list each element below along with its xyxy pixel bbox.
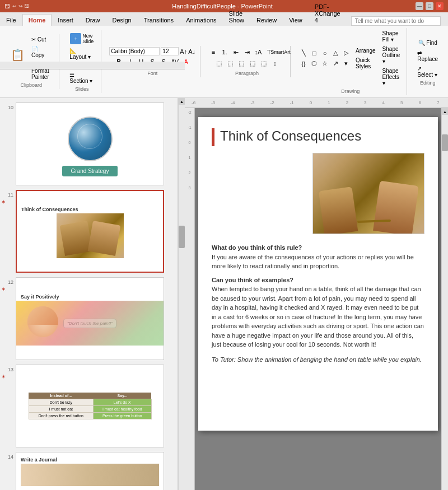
quick-styles-button[interactable]: Quick Styles <box>353 56 378 71</box>
close-button[interactable]: ✕ <box>436 2 444 10</box>
arrange-button[interactable]: Arrange <box>353 46 378 55</box>
slide-13-table: Instead of... Say... Don't be lazy Let's… <box>29 393 152 419</box>
columns-button[interactable]: ⬚ <box>259 58 269 68</box>
rule-body: If you are aware of the consequences of … <box>212 254 414 270</box>
scroll-track <box>179 105 185 490</box>
tab-insert[interactable]: Insert <box>52 14 80 26</box>
align-center-button[interactable]: ⬚ <box>225 58 235 68</box>
shape-1[interactable]: ╲ <box>298 48 309 58</box>
shape-2[interactable]: □ <box>309 48 319 58</box>
shape-4[interactable]: △ <box>330 48 340 58</box>
justify-button[interactable]: ⬚ <box>248 58 258 68</box>
shape-effects-button[interactable]: Shape Effects ▾ <box>380 67 403 87</box>
bullets-button[interactable]: ≡ <box>208 47 218 57</box>
slide-thumb-10[interactable]: Grand Strategy <box>16 102 164 185</box>
main-content: 10 Grand Strategy ✶ 11 Think of Conseque… <box>0 98 448 490</box>
slide-item-10[interactable]: 10 Grand Strategy <box>0 100 178 188</box>
font-size-input[interactable] <box>161 47 179 55</box>
main-slide: Think of Consequences What do you think … <box>198 117 438 431</box>
slide-number-11: 11 <box>3 192 13 198</box>
slide-thumb-12[interactable]: Say it Positively "Don't touch the paint… <box>16 277 164 360</box>
scroll-thumb[interactable] <box>179 226 185 248</box>
shape-outline-button[interactable]: Shape Outline ▾ <box>380 45 403 66</box>
scroll-up-button[interactable]: ▲ <box>179 98 185 105</box>
font-label: Font <box>147 71 157 76</box>
main-scroll-thumb[interactable] <box>442 134 448 151</box>
slide-number-14: 14 <box>3 454 13 460</box>
cut-button[interactable]: ✂ Cut <box>29 35 54 44</box>
examples-heading: Can you think of examples? <box>212 277 293 283</box>
smartart-button[interactable]: SmartArt <box>276 47 286 57</box>
tab-transitions[interactable]: Transitions <box>138 14 180 26</box>
font-name-select[interactable] <box>109 47 160 55</box>
main-scrollbar[interactable]: ▲ ▼ <box>441 108 448 490</box>
tab-animations[interactable]: Animations <box>180 14 222 26</box>
shape-7[interactable]: ⬡ <box>309 59 319 69</box>
search-input[interactable] <box>351 16 441 26</box>
slide-thumb-11[interactable]: Think of Consequences <box>16 190 164 273</box>
main-scroll-up[interactable]: ▲ <box>442 108 448 115</box>
line-spacing-button[interactable]: ↕ <box>270 58 280 68</box>
slide-number-10: 10 <box>3 105 13 110</box>
slide-panel: 10 Grand Strategy ✶ 11 Think of Conseque… <box>0 98 178 490</box>
decrease-font-button[interactable]: A↓ <box>188 48 195 55</box>
copy-button[interactable]: 📄 Copy <box>29 45 54 59</box>
slide-12-image-area: "Don't touch the paint!" <box>16 301 164 346</box>
slide-item-13[interactable]: ✶ 13 Instead of... Say... Don't be lazy … <box>0 362 178 450</box>
clipboard-label: Clipboard <box>20 82 42 88</box>
slide-item-11[interactable]: ✶ 11 Think of Consequences <box>0 188 178 275</box>
more-shapes[interactable]: ▾ <box>341 59 351 69</box>
tab-home[interactable]: Home <box>22 14 52 26</box>
section-button[interactable]: ☰ Section ▾ <box>67 71 96 85</box>
select-button[interactable]: ↗ Select ▾ <box>415 64 440 79</box>
shape-5[interactable]: ▷ <box>341 48 351 58</box>
tab-design[interactable]: Design <box>106 14 137 26</box>
ribbon-tabs: File Home Insert Draw Design Transitions… <box>0 12 448 26</box>
shape-3[interactable]: ○ <box>320 48 330 58</box>
increase-font-button[interactable]: A↑ <box>180 48 187 55</box>
shape-9[interactable]: ↗ <box>330 59 340 69</box>
shape-6[interactable]: {} <box>298 59 309 69</box>
minimize-button[interactable]: — <box>416 2 423 10</box>
align-left-button[interactable]: ⬚ <box>214 58 224 68</box>
maximize-button[interactable]: □ <box>426 2 433 10</box>
table-row: I must not eat I must eat healthy food <box>29 406 151 413</box>
slide-number-13: 13 <box>3 367 13 372</box>
slide-thumb-14[interactable]: Write a Journal <box>16 452 164 490</box>
table-header-1: Instead of... <box>29 393 94 399</box>
panel-scrollbar[interactable]: ▲ ▼ <box>178 98 185 490</box>
table-header-2: Say... <box>94 393 151 399</box>
replace-button[interactable]: ⇄ Replace <box>415 49 440 63</box>
table-cell-green: Press the green button <box>94 413 151 419</box>
tab-pdfxchange[interactable]: PDF-XChange 4 <box>309 1 347 26</box>
align-right-button[interactable]: ⬚ <box>236 58 246 68</box>
grand-strategy-label: Grand Strategy <box>62 166 118 176</box>
slide-item-14[interactable]: 14 Write a Journal <box>0 450 178 490</box>
slide-item-12[interactable]: ✶ 12 Say it Positively "Don't touch the … <box>0 275 178 362</box>
slide-thumb-13[interactable]: Instead of... Say... Don't be lazy Let's… <box>16 365 164 447</box>
globe-icon <box>68 116 113 161</box>
new-slide-button[interactable]: + NewSlide <box>67 31 96 46</box>
star-marker-13: ✶ <box>1 374 6 380</box>
ruler-horizontal-main: -6-5-4-3-2-101234567 <box>185 98 448 108</box>
shape-fill-button[interactable]: Shape Fill ▾ <box>380 29 403 44</box>
text-direction-button[interactable]: ↕A <box>253 47 263 57</box>
layout-button[interactable]: 📐 Layout ▾ <box>67 46 96 61</box>
star-marker-12: ✶ <box>1 286 6 292</box>
tab-file[interactable]: File <box>0 14 22 26</box>
numbering-button[interactable]: 1. <box>220 47 230 57</box>
rule-heading: What do you think of this rule? <box>212 244 302 251</box>
tab-view[interactable]: View <box>283 14 309 26</box>
tab-slideshow[interactable]: Slide Show <box>223 7 251 26</box>
tutor-note: To Tutor: Show the animation of banging … <box>212 355 424 365</box>
tab-draw[interactable]: Draw <box>80 14 106 26</box>
ruler-horizontal-panel <box>0 62 185 69</box>
decrease-indent-button[interactable]: ⇤ <box>231 47 241 57</box>
increase-indent-button[interactable]: ⇥ <box>242 47 252 57</box>
ribbon-group-paragraph: ≡ 1. ⇤ ⇥ ↕A ⊤ SmartArt ⬚ ⬚ ⬚ ⬚ ⬚ ↕ Parag <box>204 46 291 77</box>
shape-8[interactable]: ☆ <box>320 59 330 69</box>
star-marker-11: ✶ <box>1 199 6 205</box>
find-button[interactable]: 🔍 Find <box>416 38 440 48</box>
editing-label: Editing <box>420 80 436 86</box>
tab-review[interactable]: Review <box>250 14 283 26</box>
